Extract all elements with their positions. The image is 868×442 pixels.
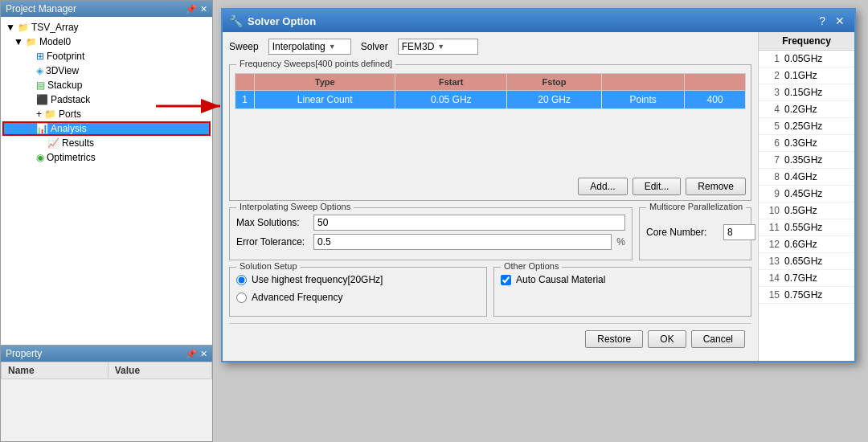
col-4 — [602, 74, 685, 91]
freq-sweeps-group: Frequency Sweeps[400 points defined] Typ… — [229, 64, 751, 201]
sweep-combo[interactable]: Interpolating ▼ — [268, 39, 351, 55]
row-num: 1 — [235, 91, 255, 109]
project-tree[interactable]: ▼ 📁 TSV_Array ▼ 📁 Model0 ⊞ Footprint ◈ 3… — [1, 17, 212, 345]
freq-sweeps-table: Type Fstart Fstop 1 Linear — [235, 73, 746, 109]
advanced-freq-radio[interactable] — [236, 293, 247, 303]
other-options-group: Other Options Auto Causal Material — [493, 267, 751, 317]
property-col-name: Name — [2, 362, 108, 379]
col-fstop: Fstop — [507, 74, 602, 91]
dialog-footer: Restore OK Cancel — [229, 323, 751, 354]
dialog-title: Solver Option — [248, 15, 316, 27]
auto-causal-row[interactable]: Auto Causal Material — [501, 274, 744, 285]
col-fstart: Fstart — [395, 74, 507, 91]
highest-freq-option[interactable]: Use highest frequency[20GHz] — [236, 274, 480, 285]
tree-item-optimetrics[interactable]: ◉ Optimetrics — [2, 150, 211, 165]
add-btn[interactable]: Add... — [578, 178, 627, 195]
freq-list-item: 10.05GHz — [759, 51, 854, 68]
row-fstart: 0.05 GHz — [395, 91, 507, 109]
tree-item-analysis[interactable]: 📊 Analysis — [2, 121, 211, 136]
remove-btn[interactable]: Remove — [686, 178, 746, 195]
error-tolerance-row: Error Tolerance: % — [236, 234, 625, 250]
col-num — [235, 74, 255, 91]
max-solutions-input[interactable] — [313, 215, 625, 231]
freq-list-item: 40.2GHz — [759, 101, 854, 118]
tree-item-stackup[interactable]: ▤ Stackup — [2, 78, 211, 92]
tree-item-results[interactable]: 📈 Results — [2, 136, 211, 150]
close-property-icon[interactable]: ✕ — [200, 349, 207, 359]
property-panel: Property 📌 ✕ Name Value — [1, 345, 212, 441]
interpolating-options-group: Interpolating Sweep Options Max Solution… — [229, 207, 633, 260]
close-panel-icon[interactable]: ✕ — [200, 4, 207, 14]
solution-setup-label: Solution Setup — [236, 261, 301, 271]
tree-item-footprint[interactable]: ⊞ Footprint — [2, 49, 211, 63]
freq-list-item: 80.4GHz — [759, 169, 854, 186]
expand-icon: ▼ — [6, 22, 15, 33]
table-row[interactable]: 1 Linear Count 0.05 GHz 20 GHz Points 40… — [235, 91, 746, 109]
footprint-icon: ⊞ — [36, 51, 44, 62]
multicore-options-group: Multicore Parallelization Core Number: — [639, 207, 751, 260]
tree-item-3dview[interactable]: ◈ 3DView — [2, 63, 211, 78]
dialog-left: Sweep Interpolating ▼ Solver FEM3D ▼ Fre… — [223, 32, 758, 361]
row-type: Linear Count — [255, 91, 395, 109]
freq-sweeps-label: Frequency Sweeps[400 points defined] — [236, 59, 395, 68]
tree-item-model0[interactable]: ▼ 📁 Model0 — [2, 35, 211, 49]
edit-btn[interactable]: Edit... — [633, 178, 682, 195]
core-number-input[interactable] — [723, 224, 755, 240]
results-icon: 📈 — [47, 137, 59, 149]
bottom-row: Solution Setup Use highest frequency[20G… — [229, 267, 751, 317]
solver-combo[interactable]: FEM3D ▼ — [398, 39, 478, 55]
ok-btn[interactable]: OK — [648, 330, 686, 348]
folder-icon: 📁 — [26, 37, 37, 47]
tree-item-ports[interactable]: + 📁 Ports — [2, 107, 211, 121]
expand-icon: + — [36, 108, 42, 120]
error-tolerance-input[interactable] — [313, 234, 612, 250]
dialog-close-btn[interactable]: ✕ — [832, 15, 848, 27]
dialog-help-btn[interactable]: ? — [816, 15, 829, 27]
error-tolerance-label: Error Tolerance: — [236, 236, 309, 248]
freq-list-item: 30.15GHz — [759, 84, 854, 101]
solver-value: FEM3D — [402, 41, 435, 52]
freq-list-item: 90.45GHz — [759, 186, 854, 203]
freq-list-item: 110.55GHz — [759, 219, 854, 236]
multicore-options-label: Multicore Parallelization — [646, 202, 746, 211]
highest-freq-label: Use highest frequency[20GHz] — [252, 274, 383, 285]
property-table: Name Value — [1, 362, 212, 379]
freq-list-body[interactable]: 10.05GHz20.1GHz30.15GHz40.2GHz50.25GHz60… — [759, 51, 854, 361]
pin-property-icon[interactable]: 📌 — [186, 349, 197, 359]
project-manager-titlebar: Project Manager 📌 ✕ — [1, 1, 212, 17]
freq-list-item: 50.25GHz — [759, 118, 854, 135]
freq-list-item: 130.65GHz — [759, 253, 854, 270]
max-solutions-row: Max Solutions: — [236, 215, 625, 231]
optimetrics-icon: ◉ — [36, 152, 44, 163]
freq-list-panel: Frequency 10.05GHz20.1GHz30.15GHz40.2GHz… — [758, 32, 854, 361]
table-btn-row: Add... Edit... Remove — [235, 178, 746, 195]
options-row: Interpolating Sweep Options Max Solution… — [229, 207, 751, 260]
other-options-label: Other Options — [501, 261, 562, 271]
freq-table-container[interactable]: Type Fstart Fstop 1 Linear — [235, 70, 746, 174]
sweep-value: Interpolating — [272, 41, 326, 52]
freq-list-header: Frequency — [759, 32, 854, 51]
advanced-freq-label: Advanced Frequency — [252, 292, 342, 303]
expand-icon: ▼ — [14, 36, 23, 47]
folder-icon: 📁 — [18, 23, 29, 33]
property-col-value: Value — [108, 362, 211, 379]
auto-causal-checkbox[interactable] — [501, 275, 511, 285]
core-number-label: Core Number: — [646, 227, 719, 238]
dialog-titlebar: 🔧 Solver Option ? ✕ — [223, 10, 854, 32]
cancel-btn[interactable]: Cancel — [691, 330, 745, 348]
advanced-freq-option[interactable]: Advanced Frequency — [236, 292, 480, 303]
col-type: Type — [255, 74, 395, 91]
sweep-combo-arrow: ▼ — [329, 43, 336, 51]
restore-btn[interactable]: Restore — [585, 330, 643, 348]
max-solutions-label: Max Solutions: — [236, 217, 309, 228]
row-col5: 400 — [685, 91, 746, 109]
solver-label: Solver — [361, 41, 388, 52]
tree-item-padstack[interactable]: ⬛ Padstack — [2, 92, 211, 107]
pin-icon[interactable]: 📌 — [186, 4, 197, 14]
freq-list-item: 70.35GHz — [759, 152, 854, 169]
stackup-icon: ▤ — [36, 80, 45, 91]
error-tolerance-unit: % — [616, 236, 625, 248]
highest-freq-radio[interactable] — [236, 275, 247, 285]
3dview-icon: ◈ — [36, 65, 43, 76]
tree-item-tsv-array[interactable]: ▼ 📁 TSV_Array — [2, 20, 211, 35]
